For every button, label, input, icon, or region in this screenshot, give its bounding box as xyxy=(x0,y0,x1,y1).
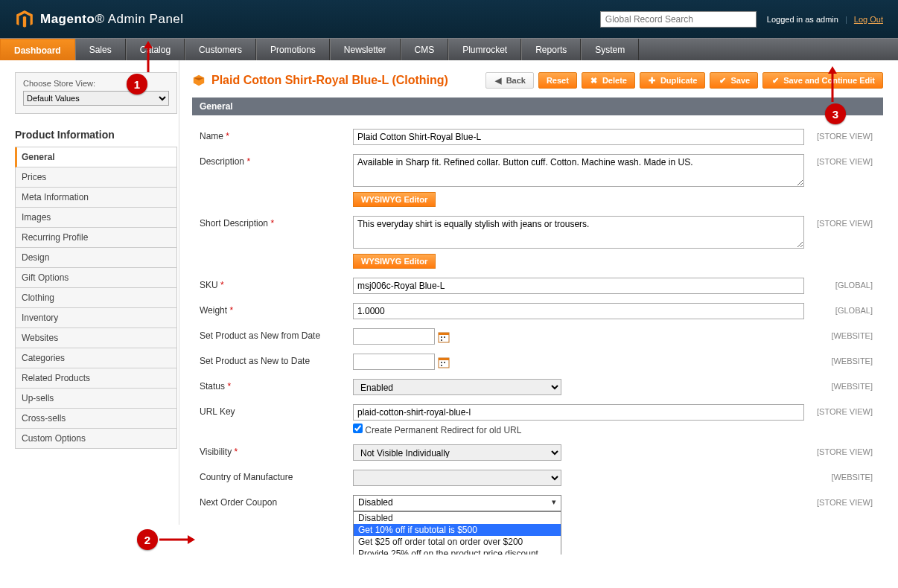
header-login-status: Logged in as admin | Log Out xyxy=(767,15,883,24)
nav-item-sales[interactable]: Sales xyxy=(75,39,126,60)
tab-clothing[interactable]: Clothing xyxy=(15,288,177,308)
product-tabs: GeneralPricesMeta InformationImagesRecur… xyxy=(15,147,177,449)
annotation-arrow xyxy=(159,532,195,547)
annotation-badge-3: 3 xyxy=(825,103,846,124)
brand-text: Magento® Admin Panel xyxy=(40,12,184,27)
name-field[interactable] xyxy=(353,129,804,145)
country-select[interactable] xyxy=(353,470,561,486)
svg-rect-12 xyxy=(439,358,449,360)
short-description-field[interactable]: This everyday shirt is equally stylish w… xyxy=(353,216,804,249)
store-view-select[interactable]: Default Values xyxy=(23,91,169,106)
tab-up-sells[interactable]: Up-sells xyxy=(15,389,177,409)
store-view-switcher: Choose Store View: Default Values xyxy=(15,72,177,114)
nav-item-dashboard[interactable]: Dashboard xyxy=(0,39,75,60)
tab-general[interactable]: General xyxy=(15,147,177,167)
wysiwyg-button[interactable]: WYSIWYG Editor xyxy=(353,192,436,207)
next-coupon-select[interactable]: Disabled DisabledGet 10% off if subtotal… xyxy=(353,495,804,511)
url-key-field[interactable] xyxy=(353,404,804,421)
svg-marker-1 xyxy=(144,41,153,48)
tab-gift-options[interactable]: Gift Options xyxy=(15,268,177,288)
permanent-redirect-checkbox[interactable] xyxy=(353,424,363,433)
back-button[interactable]: ◀Back xyxy=(485,72,534,89)
page-header: Plaid Cotton Shirt-Royal Blue-L (Clothin… xyxy=(192,72,883,89)
tab-design[interactable]: Design xyxy=(15,248,177,268)
new-from-date-field[interactable] xyxy=(353,328,435,345)
calendar-icon[interactable] xyxy=(438,331,450,343)
description-field[interactable]: Available in Sharp fit. Refined collar. … xyxy=(353,154,804,187)
back-icon: ◀ xyxy=(494,76,503,85)
product-icon xyxy=(192,74,206,87)
magento-logo-icon xyxy=(15,10,34,29)
annotation-arrow xyxy=(825,66,840,103)
page-title: Plaid Cotton Shirt-Royal Blue-L (Clothin… xyxy=(211,74,448,87)
calendar-icon[interactable] xyxy=(438,357,450,368)
nav-item-promotions[interactable]: Promotions xyxy=(256,39,330,60)
logout-link[interactable]: Log Out xyxy=(854,15,883,24)
annotation-arrow xyxy=(137,41,159,74)
tab-cross-sells[interactable]: Cross-sells xyxy=(15,409,177,429)
nav-item-system[interactable]: System xyxy=(581,39,639,60)
new-to-date-field[interactable] xyxy=(353,354,435,370)
page-actions: ◀Back Reset ✖Delete ✚Duplicate ✔Save ✔Sa… xyxy=(485,72,883,89)
brand: Magento® Admin Panel xyxy=(15,10,184,29)
coupon-option[interactable]: Get $25 off order total on order over $2… xyxy=(354,536,561,548)
svg-rect-7 xyxy=(439,333,449,335)
tab-websites[interactable]: Websites xyxy=(15,328,177,348)
tab-categories[interactable]: Categories xyxy=(15,348,177,368)
content: Plaid Cotton Shirt-Royal Blue-L (Clothin… xyxy=(192,72,883,525)
tab-prices[interactable]: Prices xyxy=(15,167,177,188)
coupon-option[interactable]: Disabled xyxy=(354,512,561,524)
save-button[interactable]: ✔Save xyxy=(710,72,758,89)
svg-marker-5 xyxy=(828,66,837,74)
check-icon: ✔ xyxy=(771,76,780,85)
nav-item-cms[interactable]: CMS xyxy=(401,39,449,60)
sku-field[interactable] xyxy=(353,278,804,294)
reset-button[interactable]: Reset xyxy=(538,72,577,89)
weight-field[interactable] xyxy=(353,303,804,319)
svg-rect-13 xyxy=(441,362,442,363)
svg-rect-8 xyxy=(441,336,442,338)
delete-icon: ✖ xyxy=(590,76,599,85)
wysiwyg-button[interactable]: WYSIWYG Editor xyxy=(353,254,436,269)
next-coupon-options: DisabledGet 10% off if subtotal is $500G… xyxy=(353,511,561,555)
sidebar: Choose Store View: Default Values Produc… xyxy=(15,72,177,525)
nav-item-plumrocket[interactable]: Plumrocket xyxy=(448,39,521,60)
plus-icon: ✚ xyxy=(648,76,657,85)
delete-button[interactable]: ✖Delete xyxy=(582,72,635,89)
svg-rect-14 xyxy=(444,362,445,363)
svg-rect-9 xyxy=(444,336,445,338)
admin-header: Magento® Admin Panel Logged in as admin … xyxy=(0,0,898,38)
duplicate-button[interactable]: ✚Duplicate xyxy=(640,72,706,89)
tab-custom-options[interactable]: Custom Options xyxy=(15,429,177,449)
main-nav: DashboardSalesCatalogCustomersPromotions… xyxy=(0,38,898,60)
annotation-badge-1: 1 xyxy=(127,74,147,95)
panel-body: Name * [STORE VIEW] Description * Availa… xyxy=(192,115,883,525)
tab-recurring-profile[interactable]: Recurring Profile xyxy=(15,228,177,248)
tab-inventory[interactable]: Inventory xyxy=(15,308,177,328)
nav-item-customers[interactable]: Customers xyxy=(185,39,256,60)
save-continue-button[interactable]: ✔Save and Continue Edit xyxy=(762,72,883,89)
nav-item-reports[interactable]: Reports xyxy=(521,39,581,60)
tab-related-products[interactable]: Related Products xyxy=(15,368,177,389)
sidebar-section-title: Product Information xyxy=(15,127,177,142)
coupon-option[interactable]: Provide 25% off on the product price dis… xyxy=(354,548,561,555)
tab-images[interactable]: Images xyxy=(15,208,177,228)
coupon-option[interactable]: Get 10% off if subtotal is $500 xyxy=(354,524,561,536)
global-search-input[interactable] xyxy=(600,11,757,28)
tab-meta-information[interactable]: Meta Information xyxy=(15,188,177,208)
check-icon: ✔ xyxy=(718,76,727,85)
visibility-select[interactable]: Not Visible Individually xyxy=(353,444,561,461)
svg-marker-3 xyxy=(188,535,195,544)
svg-rect-15 xyxy=(441,365,442,366)
annotation-badge-2: 2 xyxy=(137,529,158,550)
svg-rect-10 xyxy=(441,339,442,341)
panel-header: General xyxy=(192,98,883,115)
nav-item-newsletter[interactable]: Newsletter xyxy=(330,39,401,60)
status-select[interactable]: Enabled xyxy=(353,379,561,395)
